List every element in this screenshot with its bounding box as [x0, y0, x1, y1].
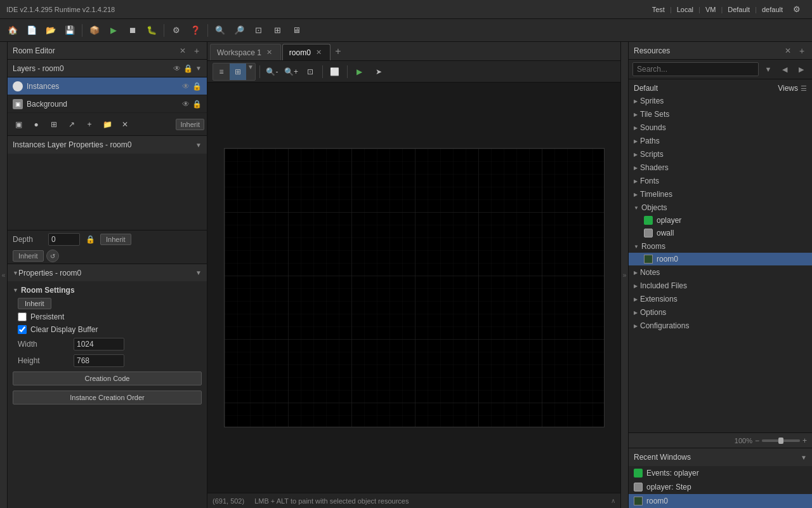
run-btn[interactable]: ▶ — [105, 22, 122, 39]
group-sounds-header[interactable]: ▶ Sounds — [629, 121, 812, 134]
persistent-row[interactable]: Persistent — [8, 311, 207, 323]
group-options-header[interactable]: ▶ Options — [629, 306, 812, 319]
zoom-fit-btn[interactable]: ⊡ — [249, 22, 267, 39]
resource-btn[interactable]: 📦 — [86, 22, 103, 39]
zoom-fit-canvas-btn[interactable]: ⊡ — [302, 64, 318, 80]
room-settings-section[interactable]: ▼ Room Settings — [8, 284, 207, 297]
home-btn[interactable]: 🏠 — [4, 22, 22, 39]
zoom-minus-btn[interactable]: − — [755, 436, 759, 445]
grid-dropdown-icon[interactable]: ▼ — [246, 64, 255, 80]
group-configurations-header[interactable]: ▶ Configurations — [629, 319, 812, 332]
test-label[interactable]: Test — [652, 6, 665, 13]
background-eye-icon[interactable]: 👁 — [182, 100, 190, 109]
instances-props-header[interactable]: Instances Layer Properties - room0 ▼ — [8, 136, 207, 154]
width-input[interactable] — [74, 338, 124, 351]
zoom-slider[interactable] — [762, 439, 800, 442]
recent-item-oplayer-step[interactable]: oplayer: Step — [629, 480, 812, 494]
layers-header[interactable]: Layers - room0 👁 🔒 ▼ — [8, 60, 207, 77]
open-btn[interactable]: 📂 — [42, 22, 60, 39]
tab-add-btn[interactable]: + — [332, 45, 344, 58]
search-prev-btn[interactable]: ◀ — [778, 62, 792, 76]
room-inherit-btn[interactable]: Inherit — [18, 298, 51, 309]
tab-room0-close[interactable]: ✕ — [315, 48, 324, 57]
layer-tool-add[interactable]: + — [81, 116, 98, 133]
layer-background[interactable]: ▣ Background 👁 🔒 — [8, 95, 207, 113]
reset-btn[interactable]: ↺ — [46, 250, 59, 262]
layer-tool-tile[interactable]: ⊞ — [46, 116, 62, 133]
settings-icon-btn[interactable]: ⚙ — [788, 1, 806, 18]
group-timelines-header[interactable]: ▶ Timelines — [629, 188, 812, 201]
tab-workspace1[interactable]: Workspace 1 ✕ — [210, 44, 281, 60]
layer-tool-remove[interactable]: ✕ — [117, 116, 133, 133]
zoom-plus-btn[interactable]: + — [802, 436, 807, 445]
group-included-files-header[interactable]: ▶ Included Files — [629, 279, 812, 292]
instances-eye-icon[interactable]: 👁 — [182, 82, 190, 91]
group-scripts-header[interactable]: ▶ Scripts — [629, 148, 812, 161]
default1-label[interactable]: Default — [728, 6, 750, 13]
resources-add-btn[interactable]: + — [797, 46, 807, 56]
instances-lock-icon[interactable]: 🔒 — [192, 82, 202, 91]
local-label[interactable]: Local — [677, 6, 693, 13]
tab-workspace1-close[interactable]: ✕ — [265, 48, 274, 57]
zoom-out-toolbar-btn[interactable]: 🔍 — [211, 22, 229, 39]
group-shaders-header[interactable]: ▶ Shaders — [629, 161, 812, 174]
group-notes-header[interactable]: ▶ Notes — [629, 266, 812, 279]
inherit-btn2[interactable]: Inherit — [13, 250, 44, 262]
properties-chevron[interactable]: ▼ — [195, 269, 202, 276]
help-btn[interactable]: ⚙ — [167, 22, 185, 39]
search-next-btn[interactable]: ▶ — [794, 62, 808, 76]
layers-lock-icon[interactable]: 🔒 — [183, 64, 193, 73]
resources-search-input[interactable] — [632, 62, 759, 76]
right-side-handle[interactable]: » — [620, 42, 628, 508]
save-btn[interactable]: 💾 — [61, 22, 79, 39]
debug-btn[interactable]: 🐛 — [143, 22, 160, 39]
tree-item-owall[interactable]: owall — [629, 227, 812, 239]
toggle-display-btn[interactable]: ⬜ — [327, 64, 343, 80]
recent-item-events-oplayer[interactable]: Events: oplayer — [629, 466, 812, 480]
recent-windows-header[interactable]: Recent Windows ▼ — [629, 448, 812, 466]
layers-chevron-icon[interactable]: ▼ — [195, 65, 202, 72]
play-room-btn[interactable]: ▶ — [351, 64, 368, 80]
info-btn[interactable]: ❓ — [187, 22, 204, 39]
grid-view-btn[interactable]: ⊞ — [230, 64, 246, 80]
status-chevron[interactable]: ∧ — [611, 497, 615, 504]
group-sprites-header[interactable]: ▶ Sprites — [629, 95, 812, 107]
tree-item-room0[interactable]: room0 — [629, 253, 812, 265]
tab-room0[interactable]: room0 ✕ — [282, 44, 331, 60]
clear-display-buffer-row[interactable]: Clear Display Buffer — [8, 323, 207, 336]
tree-menu-btn[interactable]: ☰ — [801, 84, 807, 93]
left-side-handle[interactable]: « — [0, 42, 8, 508]
room-editor-add-btn[interactable]: + — [192, 46, 202, 56]
monitor-btn[interactable]: 🖥 — [287, 22, 305, 39]
stop-btn[interactable]: ⏹ — [124, 22, 141, 39]
group-extensions-header[interactable]: ▶ Extensions — [629, 293, 812, 305]
zoom-out-btn[interactable]: 🔍- — [264, 64, 280, 80]
grid-toggle-btn[interactable]: ≡ — [213, 64, 230, 80]
room-editor-close-btn[interactable]: ✕ — [178, 46, 188, 56]
group-rooms-header[interactable]: ▼ Rooms — [629, 240, 812, 253]
group-fonts-header[interactable]: ▶ Fonts — [629, 175, 812, 187]
search-dropdown-btn[interactable]: ▼ — [761, 62, 775, 76]
default2-label[interactable]: default — [762, 6, 783, 13]
new-btn[interactable]: 📄 — [23, 22, 41, 39]
layer-tool-path[interactable]: ↗ — [63, 116, 80, 133]
group-objects-header[interactable]: ▼ Objects — [629, 201, 812, 214]
resources-close-btn[interactable]: ✕ — [783, 46, 793, 56]
layers-eye-icon[interactable]: 👁 — [173, 64, 181, 73]
persistent-checkbox[interactable] — [18, 312, 27, 321]
properties-header[interactable]: ▼ Properties - room0 ▼ — [8, 264, 207, 281]
height-input[interactable] — [74, 354, 124, 367]
zoom-in-toolbar-btn[interactable]: 🔎 — [230, 22, 248, 39]
grid-btn[interactable]: ⊞ — [268, 22, 286, 39]
vm-label[interactable]: VM — [705, 6, 716, 13]
depth-lock-btn[interactable]: 🔒 — [84, 233, 96, 246]
arrow-btn[interactable]: ➤ — [370, 64, 387, 80]
layer-tool-img[interactable]: ▣ — [10, 116, 27, 133]
instance-creation-order-btn[interactable]: Instance Creation Order — [13, 391, 202, 404]
zoom-in-btn[interactable]: 🔍+ — [283, 64, 299, 80]
group-tilesets-header[interactable]: ▶ Tile Sets — [629, 108, 812, 121]
layer-tool-folder[interactable]: 📁 — [99, 116, 115, 133]
recent-windows-chevron[interactable]: ▼ — [801, 454, 807, 461]
clear-display-buffer-checkbox[interactable] — [18, 325, 27, 334]
recent-item-room0[interactable]: room0 — [629, 494, 812, 508]
